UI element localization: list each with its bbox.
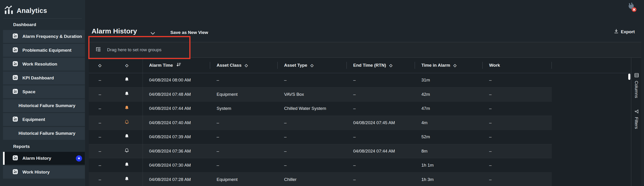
- col-header-end-time-rtn[interactable]: End Time (RTN)◇: [347, 58, 415, 73]
- cell-value: –: [489, 134, 492, 139]
- sidebar-nav: DashboardAlarm Frequency & DurationProbl…: [0, 22, 85, 179]
- view-dropdown-button[interactable]: [150, 30, 156, 37]
- sidebar-item-problematic-equipment[interactable]: Problematic Equipment: [3, 44, 85, 57]
- cell-value: 04/08/2024 07:39 AM: [149, 134, 191, 139]
- col-header-flag[interactable]: ◇: [89, 58, 111, 73]
- table-row[interactable]: –04/08/2024 07:28 AMEquipmentChiller–1h …: [89, 173, 552, 186]
- table-row[interactable]: –04/08/2024 07:40 AM––04/08/2024 07:45 A…: [89, 116, 552, 130]
- cell-flag: –: [89, 87, 111, 102]
- sidebar-item-work-history[interactable]: Work History: [3, 166, 85, 179]
- export-button[interactable]: Export: [614, 29, 635, 35]
- cell-value: –: [489, 106, 492, 111]
- row-group-drop-zone[interactable]: Drag here to set row groups: [89, 42, 641, 58]
- side-tool-panel: ColumnsFilters: [631, 58, 641, 186]
- save-as-new-view-button[interactable]: Save as New View: [170, 30, 208, 35]
- cell-work: –: [483, 173, 552, 186]
- sort-toggle-icon: ◇: [454, 63, 456, 67]
- cell-value: System: [216, 106, 231, 111]
- cell-value: –: [99, 149, 101, 154]
- cell-flag: –: [89, 173, 111, 186]
- cell-value: –: [284, 78, 287, 83]
- table-row[interactable]: –04/08/2024 08:00 AM–––31m–: [89, 73, 552, 87]
- cell-value: –: [353, 78, 356, 83]
- cell-work: –: [483, 130, 552, 144]
- cell-asset_class: Equipment: [210, 173, 278, 186]
- filter-icon: [634, 109, 639, 114]
- cell-time_in_alarm: 47m: [415, 102, 483, 116]
- sidebar-item-work-resolution[interactable]: Work Resolution: [3, 58, 85, 71]
- favorite-star-badge[interactable]: ★: [76, 155, 82, 162]
- cell-value: 4m: [422, 120, 428, 125]
- cell-value: –: [99, 134, 101, 139]
- sidebar-item-alarm-history[interactable]: Alarm History★: [3, 152, 85, 165]
- table-row[interactable]: –04/08/2024 07:36 AM––04/08/2024 07:44 A…: [89, 144, 552, 159]
- col-header-asset-class[interactable]: Asset Class◇: [210, 58, 278, 73]
- cell-value: –: [99, 120, 101, 125]
- dashboard-chart-icon: [12, 169, 18, 176]
- cell-work: –: [483, 73, 552, 87]
- alarm-bell-icon: [124, 77, 130, 83]
- table-row[interactable]: –04/08/2024 07:30 AM–––1h 1m–: [89, 158, 552, 173]
- sidebar-divider: [3, 18, 82, 19]
- sort-descending-icon: [176, 62, 182, 69]
- cell-end_time: –: [347, 73, 415, 87]
- alarm-bell-icon: [124, 162, 130, 169]
- sidebar-item-label: Space: [22, 89, 35, 94]
- download-icon: [614, 29, 619, 35]
- sidebar-item-equipment[interactable]: Equipment: [3, 113, 85, 126]
- row-group-hint: Drag here to set row groups: [107, 47, 162, 52]
- cell-alarm_time: 04/08/2024 07:44 AM: [142, 102, 210, 116]
- cell-asset_type: –: [278, 144, 347, 158]
- cell-value: 1h 1m: [422, 163, 434, 168]
- sidebar-item-space[interactable]: Space: [3, 85, 85, 98]
- cell-asset_type: Chiller: [278, 173, 347, 186]
- cell-value: –: [99, 78, 101, 83]
- pinned-column-separator: [142, 58, 143, 186]
- cell-bell: [111, 116, 142, 130]
- cell-bell: [111, 87, 142, 102]
- column-separator: [552, 62, 552, 69]
- sidebar-item-alarm-frequency-duration[interactable]: Alarm Frequency & Duration: [3, 30, 85, 43]
- table-rows: –04/08/2024 08:00 AM–––31m––04/08/2024 0…: [89, 73, 631, 186]
- cell-value: 47m: [422, 106, 430, 111]
- tool-panel-tab-columns[interactable]: Columns: [634, 72, 639, 98]
- col-header-label: Time in Alarm: [422, 63, 450, 68]
- cell-value: –: [489, 163, 492, 168]
- dashboard-chart-icon: [12, 88, 18, 95]
- table-row[interactable]: –04/08/2024 07:48 AMEquipmentVAVS Box–42…: [89, 87, 552, 102]
- cell-flag: –: [89, 73, 111, 87]
- cell-value: –: [489, 92, 492, 97]
- cell-value: 04/08/2024 07:28 AM: [149, 177, 191, 182]
- dashboard-chart-icon: [12, 61, 18, 68]
- tool-panel-tab-filters[interactable]: Filters: [634, 109, 639, 129]
- alarm-bell-icon: [124, 105, 130, 112]
- alarm-bell-icon: [124, 91, 130, 98]
- cell-value: –: [216, 134, 219, 139]
- col-header-bell[interactable]: ◇: [111, 58, 142, 73]
- sidebar-item-historical-failure-summary[interactable]: Historical Failure Summary: [3, 127, 85, 140]
- cell-value: Chiller: [284, 177, 296, 182]
- sidebar-item-historical-failure-summary[interactable]: Historical Failure Summary: [3, 99, 85, 112]
- connection-status-icon[interactable]: [626, 2, 637, 14]
- sidebar-item-kpi-dashboard[interactable]: KPI Dashboard: [3, 72, 85, 84]
- cell-value: 04/08/2024 07:45 AM: [353, 120, 395, 125]
- cell-value: –: [353, 134, 356, 139]
- cell-flag: –: [89, 144, 111, 158]
- sidebar-section-reports: Reports: [13, 144, 85, 149]
- cell-time_in_alarm: 4m: [415, 116, 483, 130]
- table-row[interactable]: –04/08/2024 07:44 AMSystemChilled Water …: [89, 102, 552, 116]
- cell-end_time: –: [347, 158, 415, 172]
- cell-bell: [111, 130, 142, 144]
- col-header-work[interactable]: Work: [483, 58, 552, 73]
- cell-value: –: [99, 92, 101, 97]
- cell-value: –: [216, 78, 219, 83]
- cell-asset_type: Chilled Water System: [278, 102, 347, 116]
- table-row[interactable]: –04/08/2024 07:39 AM–––52m–: [89, 130, 552, 144]
- col-header-time-in-alarm[interactable]: Time in Alarm◇: [415, 58, 483, 73]
- cell-time_in_alarm: 1h 3m: [415, 173, 483, 186]
- cell-end_time: –: [347, 173, 415, 186]
- cell-value: –: [99, 177, 101, 182]
- col-header-alarm-time[interactable]: Alarm Time: [142, 58, 210, 73]
- vertical-scrollbar-thumb[interactable]: [628, 74, 630, 80]
- col-header-asset-type[interactable]: Asset Type◇: [278, 58, 347, 73]
